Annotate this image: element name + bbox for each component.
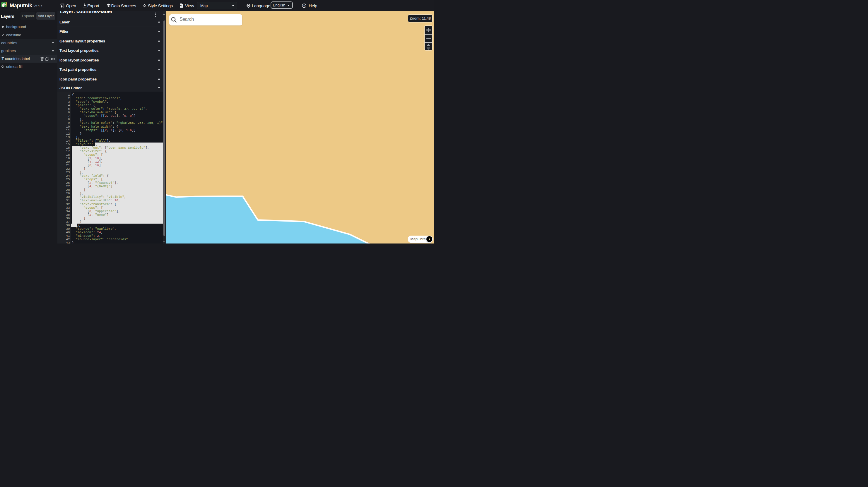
- svg-text:?: ?: [303, 4, 305, 7]
